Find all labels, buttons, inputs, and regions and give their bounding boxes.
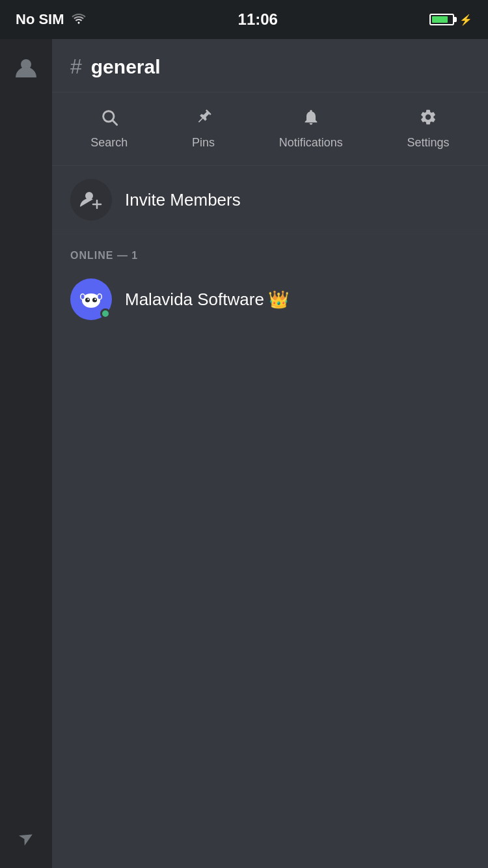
invite-section: Invite Members	[52, 166, 488, 234]
carrier-text: No SIM	[16, 11, 64, 28]
svg-point-14	[81, 295, 85, 299]
online-status-indicator	[100, 308, 111, 319]
svg-point-11	[94, 299, 96, 300]
search-icon	[100, 108, 118, 131]
svg-point-15	[98, 295, 102, 299]
member-item[interactable]: Malavida Software 👑	[70, 272, 470, 327]
toolbar-settings[interactable]: Settings	[394, 103, 463, 155]
member-name-container: Malavida Software 👑	[125, 290, 289, 310]
channel-header: # general	[52, 39, 488, 92]
right-panel: # general Search Pin	[52, 39, 488, 868]
status-center: 11:06	[238, 10, 278, 29]
sidebar-bottom: ➤	[19, 827, 34, 848]
time-display: 11:06	[238, 10, 278, 28]
bell-icon	[302, 108, 320, 131]
send-icon[interactable]: ➤	[14, 824, 38, 850]
charging-icon: ⚡	[459, 14, 472, 26]
battery-body	[429, 14, 454, 25]
status-left: No SIM	[16, 11, 87, 28]
member-avatar-container	[70, 278, 112, 320]
search-label: Search	[90, 136, 128, 150]
online-header: ONLINE — 1	[70, 250, 470, 262]
toolbar-pins[interactable]: Pins	[179, 103, 228, 155]
invite-label: Invite Members	[125, 190, 241, 210]
toolbar-notifications[interactable]: Notifications	[266, 103, 356, 155]
status-bar: No SIM 11:06 ⚡	[0, 0, 488, 39]
sidebar-top	[10, 52, 42, 85]
crown-icon: 👑	[268, 290, 289, 310]
sidebar-user-icon[interactable]	[10, 52, 42, 85]
svg-point-10	[87, 299, 88, 300]
invite-avatar	[70, 179, 112, 221]
status-right: ⚡	[429, 14, 472, 26]
svg-point-9	[92, 298, 97, 303]
hash-icon: #	[70, 55, 82, 79]
left-sidebar: ➤	[0, 39, 52, 868]
member-name: Malavida Software	[125, 290, 264, 310]
channel-name: general	[91, 56, 161, 78]
gear-icon	[419, 108, 437, 131]
battery-fill	[432, 16, 448, 23]
pin-icon	[195, 108, 213, 131]
svg-point-8	[85, 298, 90, 303]
notifications-label: Notifications	[279, 136, 343, 150]
battery-indicator	[429, 14, 454, 25]
toolbar-search[interactable]: Search	[77, 103, 141, 155]
wifi-icon	[71, 11, 87, 28]
app-layout: ➤ # general Search	[0, 39, 488, 868]
online-section: ONLINE — 1	[52, 234, 488, 332]
svg-line-2	[113, 120, 116, 124]
invite-members-item[interactable]: Invite Members	[70, 179, 470, 221]
members-list: Invite Members ONLINE — 1	[52, 166, 488, 868]
pins-label: Pins	[192, 136, 215, 150]
settings-label: Settings	[407, 136, 450, 150]
toolbar: Search Pins Notifications	[52, 92, 488, 166]
